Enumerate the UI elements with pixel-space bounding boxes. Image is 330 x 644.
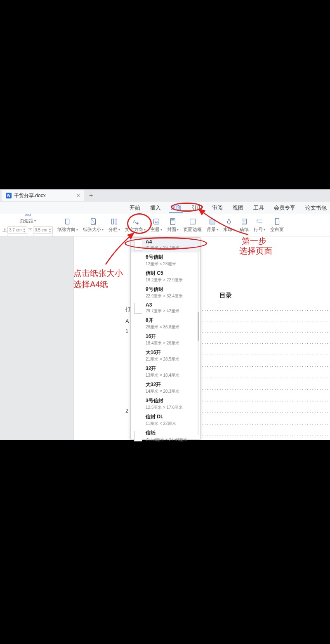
paper-size-option-name: 9号信封 [146, 286, 183, 293]
svg-rect-2 [66, 219, 69, 224]
paper-size-option-name: 信封 C5 [146, 270, 183, 277]
line-number-button[interactable]: 12 行号 [252, 216, 267, 235]
dropdown-scrollbar[interactable] [198, 242, 199, 435]
menu-bar: 开始插入页面引用审阅视图工具会员专享论文书包 [0, 202, 330, 214]
menu-item-6[interactable]: 工具 [252, 203, 266, 213]
toc-leader-dots: ........................................… [202, 432, 330, 438]
paper-size-option-name: A3 [146, 302, 179, 308]
tab-bar: W 干货分享.docx × + [0, 189, 330, 202]
paper-size-button[interactable]: 纸张大小 [81, 216, 106, 235]
paper-size-option-dim: 12厘米 × 23厘米 [146, 261, 176, 267]
ribbon-toolbar: 页边距 上 3.7cm▲▼ 下 3.5cm▲▼ 左 2.8cm▲▼ 右 2.6c… [0, 214, 330, 236]
manuscript-button[interactable]: 稿纸 [238, 216, 251, 235]
watermark-button[interactable]: 水印 [221, 216, 237, 235]
menu-item-4[interactable]: 审阅 [210, 203, 224, 213]
paper-size-option[interactable]: A421厘米 × 29.7厘米 [131, 238, 200, 252]
menu-item-2[interactable]: 页面 [169, 203, 183, 213]
paper-size-option[interactable]: 大32开14厘米 × 20.3厘米 [131, 380, 200, 396]
page-icon [134, 303, 142, 314]
background-button[interactable]: 背景 [205, 216, 220, 235]
paper-size-label: 纸张大小 [83, 226, 101, 233]
paper-size-option[interactable]: 大16开21厘米 × 28.5厘米 [131, 348, 200, 364]
svg-rect-11 [190, 219, 196, 224]
text-direction-label: 文字方向 [125, 226, 143, 233]
orientation-button[interactable]: 纸张方向 [55, 216, 80, 235]
paper-size-option[interactable]: 9号信封22.9厘米 × 32.4厘米 [131, 285, 200, 301]
svg-text:A: A [133, 219, 136, 223]
manuscript-icon [240, 218, 248, 225]
page-icon [134, 431, 142, 441]
paper-size-option[interactable]: 信封 C516.2厘米 × 22.9厘米 [131, 269, 200, 285]
toc-leader-dots: ........................................… [202, 329, 330, 335]
paper-size-option[interactable]: 3号信封12.5厘米 × 17.6厘米 [131, 396, 200, 412]
document-tab[interactable]: W 干货分享.docx × [2, 190, 84, 201]
menu-item-1[interactable]: 插入 [148, 203, 163, 213]
paper-size-option[interactable]: 6号信封12厘米 × 23厘米 [131, 252, 200, 269]
document-tab-title: 干货分享.docx [14, 192, 46, 199]
watermark-label: 水印 [223, 226, 232, 233]
toc-leader-dots: ........................................… [202, 363, 330, 368]
page-border-icon [189, 218, 196, 225]
margin-top-input[interactable]: 3.7cm▲▼ [7, 226, 27, 234]
paper-size-option-dim: 21厘米 × 28.5厘米 [146, 356, 179, 362]
margin-top-label: 上 [2, 227, 7, 233]
doc-text-fragment: A [125, 318, 129, 324]
svg-rect-16 [275, 218, 279, 224]
paper-size-option-dim: 22.9厘米 × 32.4厘米 [146, 293, 183, 299]
watermark-icon [225, 218, 233, 225]
paper-size-option-dim: 26厘米 × 36.8厘米 [146, 324, 179, 330]
paper-size-option[interactable]: A329.7厘米 × 42厘米 [131, 301, 200, 316]
paper-size-option-name: 6号信封 [146, 254, 176, 261]
paper-size-option[interactable]: 16开18.4厘米 × 26厘米 [131, 332, 200, 348]
theme-button[interactable]: Aa 主题 [148, 216, 164, 235]
svg-rect-10 [172, 219, 174, 220]
page-icon [134, 240, 142, 250]
blank-page-label: 空白页 [270, 226, 284, 233]
paper-size-option-name: 信纸 [146, 429, 187, 436]
margin-bottom-input[interactable]: 3.5cm▲▼ [33, 226, 53, 234]
paper-size-dropdown: A421厘米 × 29.7厘米6号信封12厘米 × 23厘米信封 C516.2厘… [130, 237, 200, 439]
toc-title: 目录 [219, 292, 232, 300]
doc-text-fragment: 2 [125, 408, 128, 414]
margin-bottom-label: 下 [28, 227, 32, 233]
svg-rect-1 [26, 214, 29, 215]
paper-size-option[interactable]: 信纸21.59厘米 × 27.94厘米 [131, 428, 200, 444]
cover-button[interactable]: 封面 [165, 216, 181, 235]
page-margins-button[interactable]: 页边距 [18, 214, 38, 225]
doc-text-fragment: 1 [125, 328, 128, 334]
toc-leader-dots: ........................................… [202, 351, 330, 357]
text-direction-button[interactable]: A 文字方向 [123, 216, 148, 235]
blank-page-button[interactable]: 空白页 [268, 216, 286, 235]
menu-item-5[interactable]: 视图 [231, 203, 245, 213]
svg-text:Aa: Aa [155, 220, 159, 224]
paper-size-option[interactable]: 信封 DL11厘米 × 22厘米 [131, 412, 200, 428]
cover-icon [169, 218, 177, 225]
orientation-label: 纸张方向 [57, 226, 75, 233]
paper-size-option-dim: 11厘米 × 22厘米 [146, 421, 176, 427]
background-label: 背景 [207, 226, 216, 233]
text-direction-icon: A [132, 218, 139, 225]
new-tab-button[interactable]: + [89, 192, 93, 199]
line-number-label: 行号 [254, 226, 263, 233]
toc-leader-dots: ........................................… [202, 420, 330, 426]
paper-size-option-name: 32开 [146, 365, 179, 372]
blank-page-icon [273, 218, 281, 225]
paper-size-option-name: 大16开 [146, 349, 179, 356]
paper-size-option-dim: 29.7厘米 × 42厘米 [146, 308, 179, 314]
menu-item-3[interactable]: 引用 [190, 203, 204, 213]
paper-size-option-dim: 18.4厘米 × 26厘米 [146, 340, 179, 346]
background-icon [209, 218, 216, 225]
menu-item-0[interactable]: 开始 [128, 203, 142, 213]
columns-label: 分栏 [108, 226, 118, 233]
paper-size-option[interactable]: 32开13厘米 × 18.4厘米 [131, 364, 200, 380]
toc-leader-dots: ........................................… [202, 318, 330, 324]
tab-close-button[interactable]: × [77, 192, 80, 199]
paper-size-option[interactable]: 8开26厘米 × 36.8厘米 [131, 316, 200, 332]
columns-button[interactable]: 分栏 [106, 216, 122, 235]
menu-item-7[interactable]: 会员专享 [272, 203, 297, 213]
word-doc-icon: W [6, 193, 12, 198]
toc-leader-dots: ........................................… [202, 307, 330, 312]
page-border-button[interactable]: 页面边框 [182, 216, 204, 235]
toc-leader-dots: ........................................… [202, 397, 330, 403]
menu-item-8[interactable]: 论文书包 [304, 203, 328, 213]
